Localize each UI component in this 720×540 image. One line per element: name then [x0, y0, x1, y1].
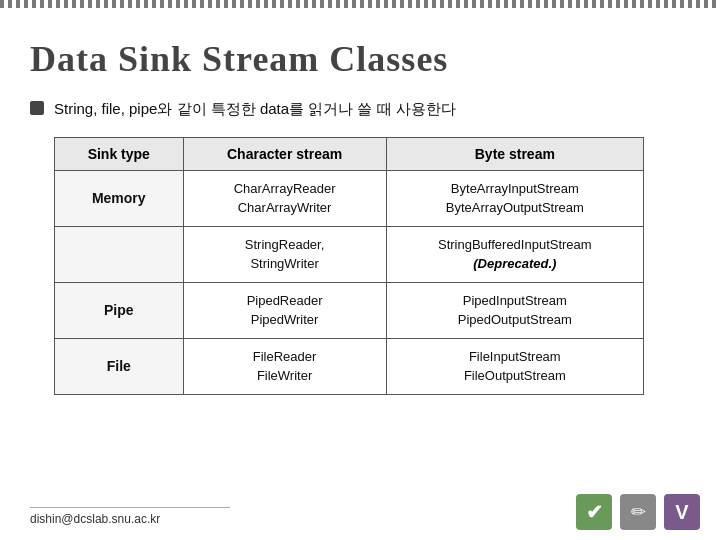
byte-class-1: ByteArrayInputStream	[451, 181, 579, 196]
char-class-4: StringWriter	[250, 256, 318, 271]
v-icon: V	[664, 494, 700, 530]
table-row: StringReader, StringWriter StringBuffere…	[55, 226, 644, 282]
table-row: Memory CharArrayReader CharArrayWriter B…	[55, 170, 644, 226]
char-class-7: FileReader	[253, 349, 317, 364]
char-class-5: PipedReader	[247, 293, 323, 308]
byte-class-6: FileInputStream	[469, 349, 561, 364]
table-row: File FileReader FileWriter FileInputStre…	[55, 338, 644, 394]
char-class-2: CharArrayWriter	[238, 200, 332, 215]
byte-stream-file: FileInputStream FileOutputStream	[386, 338, 643, 394]
char-class-8: FileWriter	[257, 368, 312, 383]
table-header-row: Sink type Character stream Byte stream	[55, 137, 644, 170]
col-header-byte-stream: Byte stream	[386, 137, 643, 170]
byte-class-3: StringBufferedInputStream	[438, 237, 592, 252]
class-table: Sink type Character stream Byte stream M…	[54, 137, 644, 395]
table-row: Pipe PipedReader PipedWriter PipedInputS…	[55, 282, 644, 338]
sink-type-pipe: Pipe	[55, 282, 184, 338]
sink-type-file: File	[55, 338, 184, 394]
check-icon: ✔	[576, 494, 612, 530]
byte-class-deprecated: (Deprecated.)	[473, 256, 556, 271]
char-stream-pipe: PipedReader PipedWriter	[183, 282, 386, 338]
bullet-icon	[30, 101, 44, 115]
byte-stream-string: StringBufferedInputStream (Deprecated.)	[386, 226, 643, 282]
col-header-sink-type: Sink type	[55, 137, 184, 170]
col-header-char-stream: Character stream	[183, 137, 386, 170]
sink-type-empty	[55, 226, 184, 282]
top-stripe	[0, 0, 720, 8]
sink-type-memory: Memory	[55, 170, 184, 226]
byte-stream-pipe: PipedInputStream PipedOutputStream	[386, 282, 643, 338]
char-stream-memory: CharArrayReader CharArrayWriter	[183, 170, 386, 226]
bottom-icons: ✔ ✏ V	[576, 494, 700, 530]
bullet-text: String, file, pipe와 같이 특정한 data를 읽거나 쓸 때…	[54, 98, 456, 121]
byte-class-4: PipedInputStream	[463, 293, 567, 308]
byte-stream-memory: ByteArrayInputStream ByteArrayOutputStre…	[386, 170, 643, 226]
char-class-1: CharArrayReader	[234, 181, 336, 196]
page-title: Data Sink Stream Classes	[30, 38, 690, 80]
byte-class-5: PipedOutputStream	[458, 312, 572, 327]
char-stream-string: StringReader, StringWriter	[183, 226, 386, 282]
byte-class-7: FileOutputStream	[464, 368, 566, 383]
char-class-3: StringReader,	[245, 237, 325, 252]
table-container: Sink type Character stream Byte stream M…	[54, 137, 690, 395]
footer: dishin@dcslab.snu.ac.kr	[30, 507, 230, 526]
bullet-point: String, file, pipe와 같이 특정한 data를 읽거나 쓸 때…	[30, 98, 690, 121]
byte-class-2: ByteArrayOutputStream	[446, 200, 584, 215]
footer-email: dishin@dcslab.snu.ac.kr	[30, 512, 160, 526]
char-stream-file: FileReader FileWriter	[183, 338, 386, 394]
pencil-icon: ✏	[620, 494, 656, 530]
slide: Data Sink Stream Classes String, file, p…	[0, 0, 720, 540]
char-class-6: PipedWriter	[251, 312, 319, 327]
